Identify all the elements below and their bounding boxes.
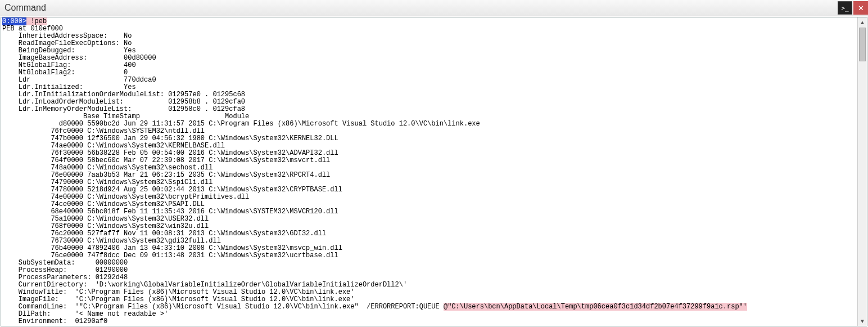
titlebar-controls: >_ ✕ <box>838 0 868 16</box>
output-line: Ldr.InLoadOrderModuleList: 012958b8 . 01… <box>2 98 245 106</box>
output-line: ImageBaseAddress: 00d80000 <box>2 54 156 62</box>
output-line: Environment: 01290af0 <box>2 317 107 325</box>
output-line: CommandLine: '"C:\Program Files (x86)\Mi… <box>2 303 444 311</box>
scroll-thumb[interactable] <box>859 28 866 61</box>
console-output[interactable]: 0:000> !peb PEB at 010ef000 InheritedAdd… <box>1 17 857 326</box>
output-line: 76f30000 56b38228 Feb 05 00:54:00 2016 C… <box>2 149 338 157</box>
output-line: BeingDebugged: Yes <box>2 47 136 55</box>
output-line: 74e00000 C:\Windows\System32\bcryptPrimi… <box>2 193 249 201</box>
output-line: 748a0000 C:\Windows\System32\sechost.dll <box>2 164 213 172</box>
output-line: Ldr.InMemoryOrderModuleList: 012958c0 . … <box>2 105 245 113</box>
commandline-rsp-highlight: @"C:\Users\bcn\AppData\Local\Temp\tmp06c… <box>444 303 747 311</box>
content-area: 0:000> !peb PEB at 010ef000 InheritedAdd… <box>1 17 867 326</box>
output-line: 76c20000 527faf7f Nov 11 00:08:31 2013 C… <box>2 230 326 238</box>
prompt-prefix: 0:000> <box>2 17 26 25</box>
output-line: NtGlobalFlag: 400 <box>2 61 136 69</box>
output-line: SubSystemData: 00000000 <box>2 259 128 267</box>
output-line: NtGlobalFlag2: 0 <box>2 69 128 77</box>
output-line: 76730000 C:\Windows\System32\gdi32full.d… <box>2 237 221 245</box>
vertical-scrollbar[interactable]: ▲ ▼ <box>857 17 867 326</box>
output-line: Ldr 770ddca0 <box>2 76 156 84</box>
output-line: 75a10000 C:\Windows\System32\USER32.dll <box>2 215 209 223</box>
prompt-command: !peb <box>26 17 47 25</box>
output-line: 768f0000 C:\Windows\System32\win32u.dll <box>2 222 209 230</box>
output-line: CurrentDirectory: 'D:\working\GlobalVari… <box>2 281 407 289</box>
output-line: 74780000 5218d924 Aug 25 00:02:44 2013 C… <box>2 186 342 194</box>
output-line: ProcessHeap: 01290000 <box>2 266 128 274</box>
console-icon[interactable]: >_ <box>838 1 852 15</box>
output-line: 76e00000 7aab3b53 Mar 21 06:23:15 2035 C… <box>2 171 330 179</box>
output-line: Ldr.InInitializationOrderModuleList: 012… <box>2 91 245 98</box>
output-line: ReadImageFileExecOptions: No <box>2 39 132 47</box>
output-line: 76fc0000 C:\Windows\SYSTEM32\ntdll.dll <box>2 127 205 135</box>
output-line: DllPath: '< Name not readable >' <box>2 310 168 318</box>
output-line: 76b40000 47892406 Jan 13 04:33:10 2008 C… <box>2 244 342 252</box>
output-line: 74790000 C:\Windows\System32\SspiCli.dll <box>2 178 213 186</box>
output-line: 74ae0000 C:\Windows\System32\KERNELBASE.… <box>2 142 225 150</box>
output-line: Base TimeStamp Module <box>2 113 249 120</box>
window-title: Command <box>4 3 46 13</box>
output-line: 76ce0000 747f8dcc Dec 09 01:13:48 2031 C… <box>2 252 338 259</box>
output-line: 747b0000 12f36500 Jan 29 04:56:32 1980 C… <box>2 135 338 142</box>
output-line: ImageFile: 'C:\Program Files (x86)\Micro… <box>2 295 355 303</box>
close-button[interactable]: ✕ <box>853 1 868 15</box>
output-line: InheritedAddressSpace: No <box>2 32 132 40</box>
output-line: 68e40000 56bc018f Feb 11 11:35:43 2016 C… <box>2 208 338 216</box>
output-line: 74ce0000 C:\Windows\System32\PSAPI.DLL <box>2 200 205 208</box>
output-line: 764f0000 58bec60c Mar 07 22:39:08 2017 C… <box>2 156 330 164</box>
titlebar: Command >_ ✕ <box>0 0 868 16</box>
output-line: ProcessParameters: 01292d48 <box>2 274 128 281</box>
scroll-down-arrow[interactable]: ▼ <box>858 316 867 326</box>
output-line: Ldr.Initialized: Yes <box>2 83 136 91</box>
scroll-up-arrow[interactable]: ▲ <box>858 17 867 27</box>
output-line: d80000 5590bc2d Jun 29 11:31:57 2015 C:\… <box>2 120 480 128</box>
output-line: WindowTitle: 'C:\Program Files (x86)\Mic… <box>2 288 355 296</box>
output-line: PEB at 010ef000 <box>2 25 63 33</box>
